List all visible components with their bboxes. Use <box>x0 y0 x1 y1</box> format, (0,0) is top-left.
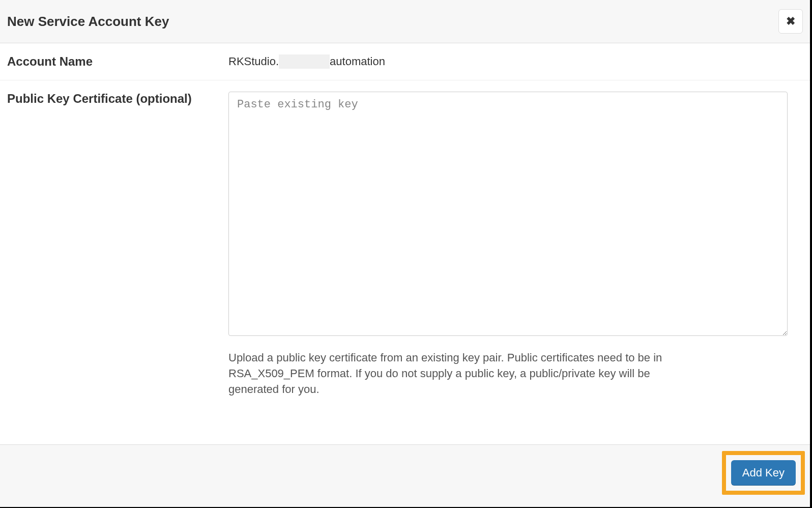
add-key-highlight: Add Key <box>722 451 805 495</box>
public-key-label: Public Key Certificate (optional) <box>7 92 228 397</box>
account-name-label: Account Name <box>7 54 228 69</box>
public-key-field-wrap: Upload a public key certificate from an … <box>228 92 803 397</box>
modal-footer: Add Key <box>0 444 810 507</box>
modal-header: New Service Account Key ✖ <box>0 0 810 43</box>
account-name-prefix: RKStudio. <box>228 55 279 68</box>
modal-title: New Service Account Key <box>7 14 169 30</box>
account-name-row: Account Name RKStudio. automation <box>0 43 810 80</box>
add-key-button[interactable]: Add Key <box>731 460 796 486</box>
public-key-help-text: Upload a public key certificate from an … <box>228 350 681 397</box>
account-name-suffix: automation <box>330 55 385 68</box>
account-name-redacted <box>279 54 330 69</box>
close-icon: ✖ <box>786 15 795 28</box>
public-key-textarea[interactable] <box>228 92 788 336</box>
close-button[interactable]: ✖ <box>778 9 803 34</box>
account-name-value: RKStudio. automation <box>228 54 803 69</box>
public-key-row: Public Key Certificate (optional) Upload… <box>0 80 810 408</box>
